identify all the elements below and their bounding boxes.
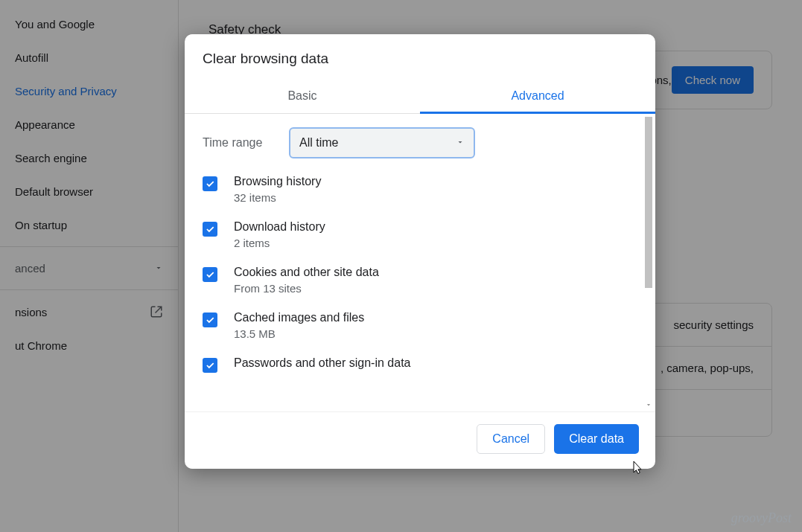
time-range-select[interactable]: All time bbox=[289, 127, 475, 158]
dialog-scrollbar[interactable] bbox=[643, 115, 654, 410]
checkbox-label: Passwords and other sign-in data bbox=[234, 356, 410, 370]
dialog-footer: Cancel Clear data bbox=[185, 411, 655, 469]
time-range-label: Time range bbox=[203, 136, 289, 150]
checkbox-sub: 13.5 MB bbox=[234, 327, 364, 340]
caret-down-icon bbox=[456, 136, 465, 150]
watermark: groovyPost bbox=[731, 510, 792, 526]
clear-browsing-data-dialog: Clear browsing data Basic Advanced Time … bbox=[185, 34, 655, 469]
checkbox-sub: From 13 sites bbox=[234, 282, 379, 295]
checkbox-row-browsing-history[interactable]: Browsing history 32 items bbox=[203, 175, 637, 204]
checkbox-passwords[interactable] bbox=[203, 358, 217, 373]
scrollbar-down-arrow-icon[interactable] bbox=[643, 400, 654, 410]
time-range-value: All time bbox=[299, 136, 338, 150]
checkbox-sub: 2 items bbox=[234, 237, 325, 249]
clear-data-button[interactable]: Clear data bbox=[554, 424, 639, 454]
checkbox-row-cache[interactable]: Cached images and files 13.5 MB bbox=[203, 311, 637, 340]
scrollbar-thumb[interactable] bbox=[645, 117, 652, 288]
dialog-tabs: Basic Advanced bbox=[185, 80, 655, 114]
checkbox-row-cookies[interactable]: Cookies and other site data From 13 site… bbox=[203, 266, 637, 295]
checkbox-row-download-history[interactable]: Download history 2 items bbox=[203, 220, 637, 249]
tab-advanced[interactable]: Advanced bbox=[420, 80, 655, 113]
checkbox-label: Cached images and files bbox=[234, 311, 364, 324]
checkbox-row-passwords[interactable]: Passwords and other sign-in data bbox=[203, 356, 637, 373]
checkbox-cache[interactable] bbox=[203, 313, 217, 327]
checkbox-label: Download history bbox=[234, 220, 325, 234]
checkbox-cookies[interactable] bbox=[203, 267, 217, 282]
checkbox-browsing-history[interactable] bbox=[203, 176, 217, 191]
checkbox-label: Cookies and other site data bbox=[234, 266, 379, 279]
checkbox-label: Browsing history bbox=[234, 175, 321, 188]
dialog-body: Time range All time Browsing history 32 … bbox=[185, 114, 655, 411]
dialog-title: Clear browsing data bbox=[185, 34, 655, 80]
checkbox-sub: 32 items bbox=[234, 191, 321, 204]
cancel-button[interactable]: Cancel bbox=[477, 424, 545, 454]
tab-basic[interactable]: Basic bbox=[185, 80, 420, 113]
checkbox-download-history[interactable] bbox=[203, 222, 217, 237]
